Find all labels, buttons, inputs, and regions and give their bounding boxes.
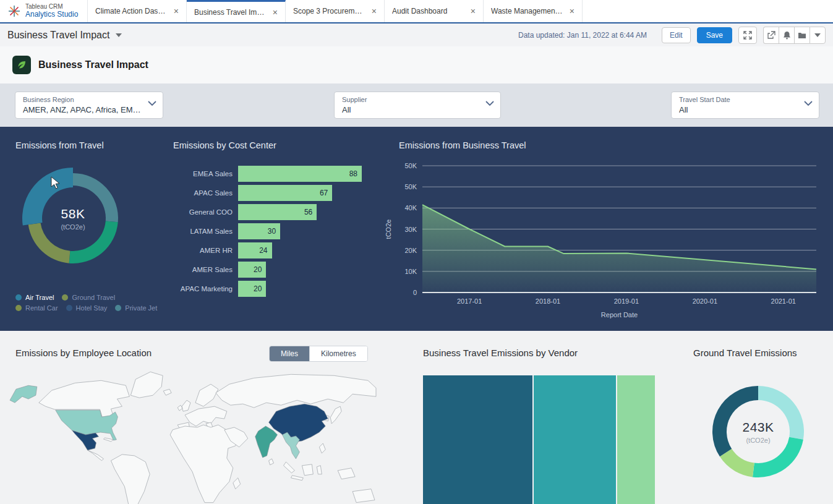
- map-uk: [182, 400, 190, 411]
- treemap-segment-3[interactable]: [617, 375, 655, 504]
- folder-button[interactable]: [794, 27, 810, 44]
- map-country-china[interactable]: [269, 404, 328, 442]
- svg-text:40K: 40K: [404, 204, 417, 211]
- bar-row-amer-sales: AMER Sales20: [173, 260, 365, 279]
- bar[interactable]: 20: [238, 262, 266, 278]
- bar-row-amer-hr: AMER HR24: [173, 241, 365, 260]
- close-icon[interactable]: ×: [370, 6, 378, 16]
- donut-segment--1e5a71[interactable]: [712, 386, 758, 456]
- notifications-button[interactable]: [779, 27, 794, 44]
- close-icon[interactable]: ×: [173, 6, 180, 16]
- close-icon[interactable]: ×: [568, 6, 576, 16]
- bar[interactable]: 30: [238, 223, 280, 239]
- tableau-logo-icon: [7, 4, 21, 18]
- map-borneo: [302, 464, 313, 476]
- legend-label: Rental Car: [25, 304, 58, 312]
- toggle-option-miles[interactable]: Miles: [270, 346, 309, 361]
- treemap-segment-1[interactable]: [423, 375, 532, 504]
- tab-audit-dashboard[interactable]: Audit Dashboard ×: [385, 0, 484, 22]
- legend-item-rental-car[interactable]: Rental Car: [15, 304, 58, 312]
- tab-climate-action-dashboard[interactable]: Climate Action Dashboard ×: [88, 0, 187, 22]
- unit-toggle: Miles Kilometres: [269, 346, 368, 362]
- dashboard-header: Business Travel Impact Data updated: Jan…: [0, 23, 833, 46]
- toggle-option-kilometres[interactable]: Kilometres: [309, 346, 367, 361]
- map-russia-asia: [216, 374, 376, 408]
- map-section-title: Emissions by Employee Location: [15, 348, 152, 358]
- chevron-down-icon: [148, 101, 156, 106]
- donut-segment-air-travel[interactable]: [22, 168, 73, 225]
- bar[interactable]: 20: [238, 281, 266, 297]
- bottom-section: Emissions by Employee Location Miles Kil…: [0, 331, 833, 504]
- bar-value-label: 30: [268, 227, 276, 236]
- world-map[interactable]: [7, 368, 377, 504]
- donut-segment--9fe4e1[interactable]: [758, 386, 804, 440]
- donut-segment-rental-car[interactable]: [28, 223, 70, 263]
- chevron-down-icon: [804, 101, 813, 106]
- bar-category-label: AMER Sales: [173, 266, 238, 273]
- bar-value-label: 88: [349, 169, 357, 178]
- bar-row-general-coo: General COO56: [173, 202, 365, 221]
- browser-tab-bar: Tableau CRM Analytics Studio Climate Act…: [0, 0, 833, 23]
- map-sri-lanka: [269, 459, 274, 465]
- bar[interactable]: 67: [238, 185, 332, 201]
- legend-label: Air Travel: [25, 294, 54, 301]
- hero-title: Business Travel Impact: [38, 59, 148, 70]
- legend-label: Ground Travel: [72, 294, 115, 301]
- app-window: Tableau CRM Analytics Studio Climate Act…: [0, 0, 833, 504]
- svg-text:2018-01: 2018-01: [536, 297, 560, 305]
- close-icon[interactable]: ×: [469, 6, 477, 16]
- svg-text:Report Date: Report Date: [601, 311, 638, 318]
- app-logo[interactable]: Tableau CRM Analytics Studio: [0, 0, 88, 22]
- treemap-segment-2[interactable]: [534, 375, 616, 504]
- expand-icon: [743, 31, 752, 40]
- dashboard-hero: Business Travel Impact: [0, 46, 833, 83]
- legend-item-hotel-stay[interactable]: Hotel Stay: [66, 304, 108, 312]
- bar[interactable]: 24: [238, 242, 272, 258]
- legend-item-private-jet[interactable]: Private Jet: [115, 304, 157, 312]
- map-country-alaska[interactable]: [10, 385, 37, 403]
- close-icon[interactable]: ×: [271, 7, 279, 17]
- app-name-line2: Analytics Studio: [25, 11, 78, 19]
- donut-segment--2bd6ad[interactable]: [753, 437, 803, 477]
- filter-travel-start-date[interactable]: Travel Start Date All: [671, 92, 819, 119]
- svg-text:50K: 50K: [404, 183, 417, 190]
- bell-icon: [783, 31, 791, 40]
- share-button[interactable]: [763, 27, 779, 44]
- mouse-cursor: [51, 176, 60, 189]
- map-country-india[interactable]: [255, 426, 278, 458]
- filter-supplier[interactable]: Supplier All: [334, 92, 501, 119]
- tab-business-travel-impact[interactable]: Business Travel Impact ×: [187, 0, 286, 22]
- map-greenland: [130, 372, 163, 398]
- share-icon: [767, 31, 775, 40]
- ground-travel-donut[interactable]: [711, 385, 805, 479]
- map-cuba: [103, 438, 113, 442]
- donut-segment-ground-travel[interactable]: [69, 221, 118, 263]
- filter-bar: Business Region AMER, ANZ, APAC, Africa,…: [0, 83, 833, 127]
- legend-dot: [62, 294, 68, 301]
- donut-segment-private-jet[interactable]: [73, 173, 118, 222]
- svg-text:20K: 20K: [404, 247, 417, 254]
- vendor-treemap: [423, 375, 655, 504]
- emissions-from-travel-donut[interactable]: [22, 168, 124, 269]
- map-philippines: [319, 443, 325, 453]
- svg-text:2021-01: 2021-01: [771, 297, 796, 305]
- bar[interactable]: 56: [238, 204, 317, 220]
- filter-business-region[interactable]: Business Region AMER, ANZ, APAC, Africa,…: [15, 92, 163, 119]
- area-chart-svg[interactable]: 50K50K40K30K20K10K02017-012018-012019-01…: [383, 127, 833, 331]
- legend-item-air-travel[interactable]: Air Travel: [15, 294, 54, 301]
- edit-button[interactable]: Edit: [662, 27, 691, 43]
- svg-text:2019-01: 2019-01: [614, 297, 639, 305]
- dashboard-title-menu[interactable]: Business Travel Impact: [7, 30, 122, 41]
- map-japan: [330, 406, 341, 424]
- legend-label: Private Jet: [125, 304, 157, 312]
- bar-value-label: 56: [304, 208, 312, 216]
- more-actions-button[interactable]: [810, 27, 826, 44]
- legend-item-ground-travel[interactable]: Ground Travel: [62, 294, 115, 301]
- bar[interactable]: 88: [238, 166, 362, 182]
- tab-waste-management[interactable]: Waste Management Dash... ×: [484, 0, 583, 22]
- travel-legend: Air TravelGround TravelRental CarHotel S…: [15, 294, 170, 312]
- bar-value-label: 67: [320, 189, 328, 197]
- tab-scope3-procurement[interactable]: Scope 3 Procurement Das... ×: [286, 0, 385, 22]
- expand-button[interactable]: [738, 27, 757, 44]
- save-button[interactable]: Save: [697, 27, 732, 43]
